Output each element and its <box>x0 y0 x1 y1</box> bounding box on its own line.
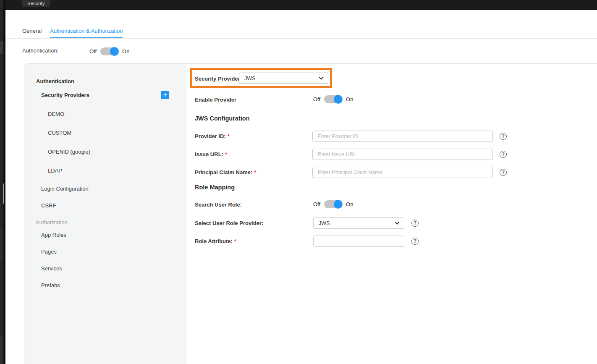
enable-provider-label: Enable Provider <box>195 97 236 103</box>
provider-id-label: Provider ID:* <box>195 133 230 139</box>
sidebar-item-csrf[interactable]: CSRF <box>41 202 56 209</box>
help-icon[interactable]: ? <box>500 133 507 140</box>
toggle-off-label: Off <box>313 201 320 207</box>
label-text: Provider ID: <box>195 133 226 139</box>
dock-scrollbar-thumb[interactable] <box>3 183 4 204</box>
label-text: Principal Claim Name: <box>195 169 252 175</box>
principal-claim-name-label: Principal Claim Name:* <box>195 169 256 175</box>
search-user-role-toggle-row: Off On <box>313 200 353 209</box>
user-role-provider-value: JWS <box>319 220 395 226</box>
security-provider-select[interactable]: JWS <box>239 73 328 84</box>
select-user-role-provider-label: Select User Role Provider: <box>195 220 263 226</box>
role-attribute-label: Role Attribute:* <box>195 238 236 244</box>
sidebar-item-security-providers[interactable]: Security Providers <box>41 92 89 98</box>
help-icon[interactable]: ? <box>411 238 419 245</box>
left-dock <box>0 0 5 364</box>
label-text: Role Attribute: <box>195 238 233 244</box>
enable-provider-toggle-row: Off On <box>313 95 353 104</box>
authentication-toggle-row: Off On <box>89 47 129 56</box>
toggle-off-label: Off <box>313 96 320 102</box>
label-text: Issue URL: <box>195 151 223 157</box>
required-asterisk: * <box>254 169 256 175</box>
security-provider-label: Security Provider <box>195 76 240 82</box>
top-bar: Security <box>0 0 597 10</box>
settings-panel: Authentication Security Providers + DEMO… <box>24 63 597 364</box>
chevron-down-icon <box>395 220 399 224</box>
sidebar-item-ldap[interactable]: LDAP <box>48 168 62 174</box>
screen: Security General Authentication & Author… <box>0 0 597 364</box>
sidebar-item-login-configuration[interactable]: Login Configuration <box>41 186 89 192</box>
tab-general[interactable]: General <box>22 28 42 37</box>
sidebar-item-demo[interactable]: DEMO <box>48 111 64 117</box>
help-icon[interactable]: ? <box>411 220 419 227</box>
jws-configuration-heading: JWS Configuration <box>195 115 250 122</box>
chevron-down-icon <box>319 75 323 79</box>
dock-segment <box>0 336 3 364</box>
sidebar-section-authentication: Authentication <box>36 78 74 84</box>
user-role-provider-select[interactable]: JWS <box>313 217 404 229</box>
required-asterisk: * <box>225 151 227 157</box>
search-user-role-label: Search User Role: <box>195 202 242 208</box>
toggle-on-label: On <box>122 48 129 55</box>
tab-security[interactable]: Security <box>22 0 50 7</box>
sidebar-section-authorization: Authorization <box>36 219 68 225</box>
dock-segment <box>0 229 3 260</box>
security-sidebar: Authentication Security Providers + DEMO… <box>24 64 186 364</box>
sidebar-item-pages[interactable]: Pages <box>41 249 57 255</box>
sidebar-item-custom[interactable]: CUSTOM <box>48 130 71 136</box>
principal-claim-name-input[interactable] <box>312 167 493 178</box>
toggle-knob <box>110 47 119 56</box>
toggle-on-label: On <box>346 96 353 102</box>
sidebar-item-openid-google[interactable]: OPENID (google) <box>48 149 90 155</box>
search-user-role-toggle[interactable] <box>324 200 342 208</box>
issue-url-label: Issue URL:* <box>195 151 227 157</box>
sidebar-item-app-roles[interactable]: App Roles <box>41 232 66 238</box>
help-icon[interactable]: ? <box>500 169 507 176</box>
dock-segment <box>0 41 3 54</box>
toggle-knob <box>334 200 343 209</box>
role-attribute-input[interactable] <box>313 236 404 247</box>
tab-authentication-authorization[interactable]: Authentication & Authorization <box>50 28 123 39</box>
help-icon[interactable]: ? <box>500 151 507 158</box>
toggle-knob <box>334 95 343 104</box>
required-asterisk: * <box>234 238 236 244</box>
provider-id-input[interactable] <box>312 131 493 142</box>
security-provider-value: JWS <box>244 76 319 81</box>
sidebar-item-services[interactable]: Services <box>41 265 62 272</box>
required-asterisk: * <box>228 133 230 139</box>
toggle-on-label: On <box>346 201 353 207</box>
role-mapping-heading: Role Mapping <box>195 184 235 191</box>
tabs-divider <box>5 38 597 39</box>
dock-edge <box>3 0 5 364</box>
authentication-label: Authentication: <box>22 47 58 54</box>
sidebar-item-prefabs[interactable]: Prefabs <box>41 282 60 288</box>
enable-provider-toggle[interactable] <box>324 95 342 103</box>
add-provider-button[interactable]: + <box>161 91 169 99</box>
issue-url-input[interactable] <box>312 149 493 160</box>
authentication-toggle[interactable] <box>100 47 118 55</box>
toggle-off-label: Off <box>89 48 97 55</box>
